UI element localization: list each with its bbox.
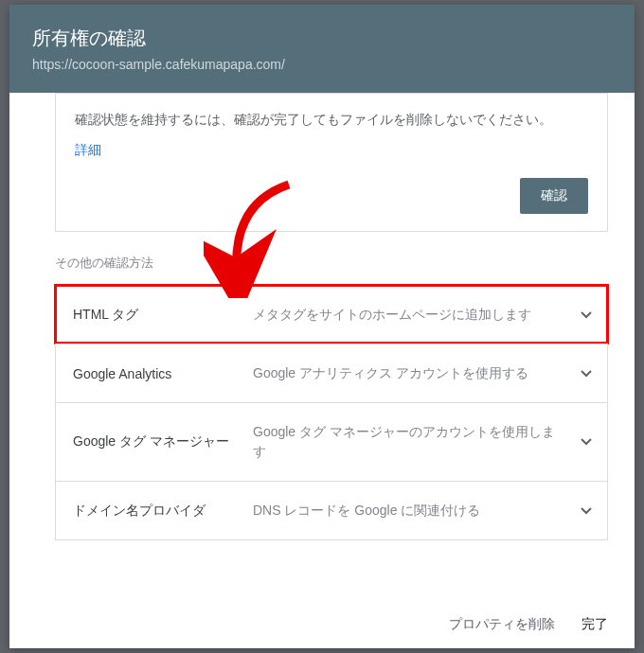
chevron-down-icon xyxy=(581,435,592,449)
chevron-down-icon xyxy=(581,367,592,380)
section-label: その他の確認方法 xyxy=(55,255,608,272)
method-google-analytics[interactable]: Google Analytics Google アナリティクス アカウントを使用… xyxy=(55,344,608,402)
chevron-down-icon xyxy=(581,504,592,518)
method-google-tag-manager[interactable]: Google タグ マネージャー Google タグ マネージャーのアカウントを… xyxy=(55,402,608,481)
method-desc: メタタグをサイトのホームページに追加します xyxy=(253,305,590,325)
method-html-tag[interactable]: HTML タグ メタタグをサイトのホームページに追加します xyxy=(55,285,608,344)
dialog-header: 所有権の確認 https://cocoon-sample.cafekumapap… xyxy=(9,5,635,93)
info-box: 確認状態を維持するには、確認が完了してもファイルを削除しないでください。 詳細 … xyxy=(55,93,608,232)
dialog-footer: プロパティを削除 完了 xyxy=(9,600,635,648)
method-desc: Google タグ マネージャーのアカウントを使用します xyxy=(253,422,590,462)
confirm-row: 確認 xyxy=(75,178,588,214)
delete-property-button[interactable]: プロパティを削除 xyxy=(449,616,555,633)
method-name: Google Analytics xyxy=(73,366,253,381)
verification-dialog: 所有権の確認 https://cocoon-sample.cafekumapap… xyxy=(9,5,635,648)
method-desc: DNS レコードを Google に関連付ける xyxy=(253,501,590,521)
dialog-content: 確認状態を維持するには、確認が完了してもファイルを削除しないでください。 詳細 … xyxy=(9,93,635,600)
chevron-down-icon xyxy=(581,309,592,322)
dialog-subtitle: https://cocoon-sample.cafekumapapa.com/ xyxy=(32,57,612,72)
done-button[interactable]: 完了 xyxy=(581,616,608,633)
confirm-button[interactable]: 確認 xyxy=(520,178,588,214)
method-name: ドメイン名プロバイダ xyxy=(73,503,253,520)
method-desc: Google アナリティクス アカウントを使用する xyxy=(253,363,590,383)
details-link[interactable]: 詳細 xyxy=(75,142,101,159)
method-name: Google タグ マネージャー xyxy=(73,433,253,450)
dialog-title: 所有権の確認 xyxy=(32,26,612,51)
info-text: 確認状態を維持するには、確認が完了してもファイルを削除しないでください。 xyxy=(75,109,588,130)
method-name: HTML タグ xyxy=(73,307,253,324)
method-domain-provider[interactable]: ドメイン名プロバイダ DNS レコードを Google に関連付ける xyxy=(55,481,608,540)
